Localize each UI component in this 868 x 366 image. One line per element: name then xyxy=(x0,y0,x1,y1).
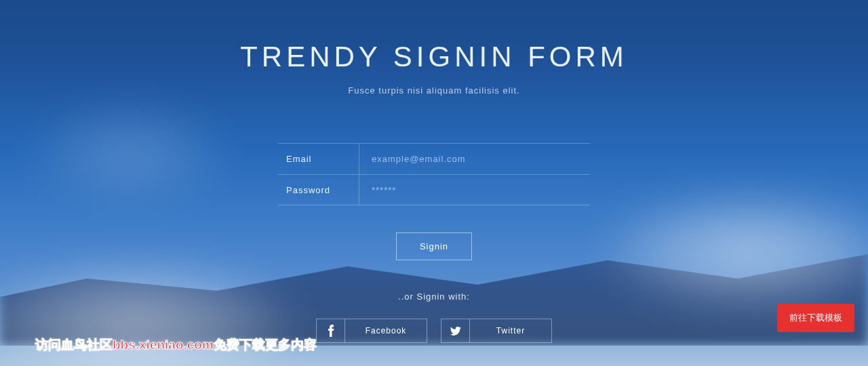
or-signin-text: ..or Signin with: xyxy=(0,291,868,302)
twitter-label: Twitter xyxy=(470,326,551,336)
watermark-text: 访问血鸟社区bbs.xieniao.com免费下载更多内容 xyxy=(35,336,317,354)
download-template-button[interactable]: 前往下载模板 xyxy=(777,304,854,332)
password-input[interactable] xyxy=(359,175,590,205)
signin-form: Email Password xyxy=(278,143,590,205)
email-row: Email xyxy=(278,143,590,174)
email-label: Email xyxy=(278,144,359,174)
facebook-label: Facebook xyxy=(345,326,427,336)
password-label: Password xyxy=(278,175,359,205)
twitter-button[interactable]: Twitter xyxy=(441,319,552,343)
facebook-button[interactable]: Facebook xyxy=(316,319,427,343)
email-input[interactable] xyxy=(359,144,590,174)
twitter-icon xyxy=(441,319,470,342)
signin-button[interactable]: Signin xyxy=(396,232,472,260)
facebook-icon xyxy=(317,319,345,342)
signin-container: TRENDY SIGNIN FORM Fusce turpis nisi ali… xyxy=(0,0,868,343)
page-title: TRENDY SIGNIN FORM xyxy=(0,41,868,73)
page-subtitle: Fusce turpis nisi aliquam facilisis elit… xyxy=(0,85,868,96)
password-row: Password xyxy=(278,174,590,205)
